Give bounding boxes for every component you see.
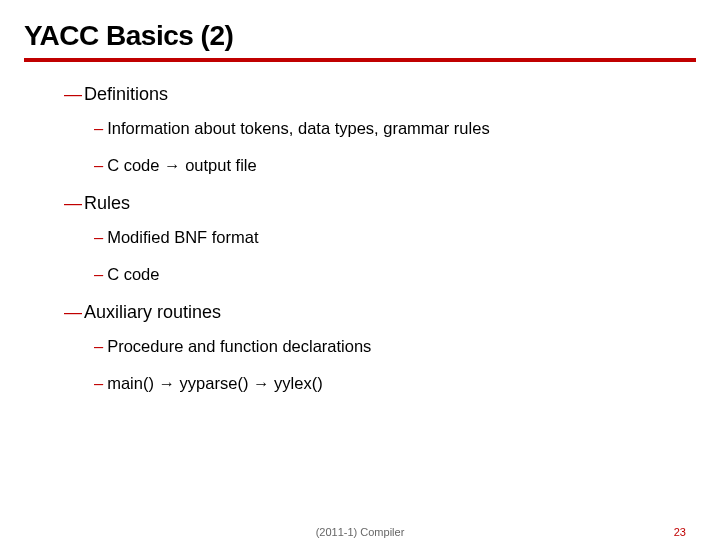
section-items: –Procedure and function declarations –ma… — [64, 337, 696, 393]
section-heading: —Definitions — [64, 84, 696, 105]
section-heading: —Rules — [64, 193, 696, 214]
list-item: –main() → yyparse() → yylex() — [94, 374, 696, 393]
section-heading: —Auxiliary routines — [64, 302, 696, 323]
item-text: main() → yyparse() → yylex() — [107, 374, 322, 392]
list-item: –Modified BNF format — [94, 228, 696, 247]
list-item: –Information about tokens, data types, g… — [94, 119, 696, 138]
list-item: –C code — [94, 265, 696, 284]
dash-icon: — — [64, 193, 82, 213]
section-label: Auxiliary routines — [84, 302, 221, 322]
dash-icon: – — [94, 228, 103, 246]
item-text: Modified BNF format — [107, 228, 258, 246]
dash-icon: – — [94, 119, 103, 137]
section-items: –Information about tokens, data types, g… — [64, 119, 696, 175]
section-items: –Modified BNF format –C code — [64, 228, 696, 284]
slide-content: —Definitions –Information about tokens, … — [24, 84, 696, 393]
item-text: Information about tokens, data types, gr… — [107, 119, 489, 137]
dash-icon: – — [94, 337, 103, 355]
dash-icon: — — [64, 302, 82, 322]
list-item: –C code → output file — [94, 156, 696, 175]
section-label: Rules — [84, 193, 130, 213]
dash-icon: – — [94, 156, 103, 174]
item-text: Procedure and function declarations — [107, 337, 371, 355]
dash-icon: – — [94, 374, 103, 392]
footer-text: (2011-1) Compiler — [316, 526, 405, 538]
page-number: 23 — [674, 526, 686, 538]
item-text: C code → output file — [107, 156, 257, 174]
list-item: –Procedure and function declarations — [94, 337, 696, 356]
item-text: C code — [107, 265, 159, 283]
title-underline — [24, 58, 696, 62]
slide: YACC Basics (2) —Definitions –Informatio… — [0, 0, 720, 540]
section-label: Definitions — [84, 84, 168, 104]
dash-icon: – — [94, 265, 103, 283]
slide-title: YACC Basics (2) — [24, 20, 696, 52]
dash-icon: — — [64, 84, 82, 104]
